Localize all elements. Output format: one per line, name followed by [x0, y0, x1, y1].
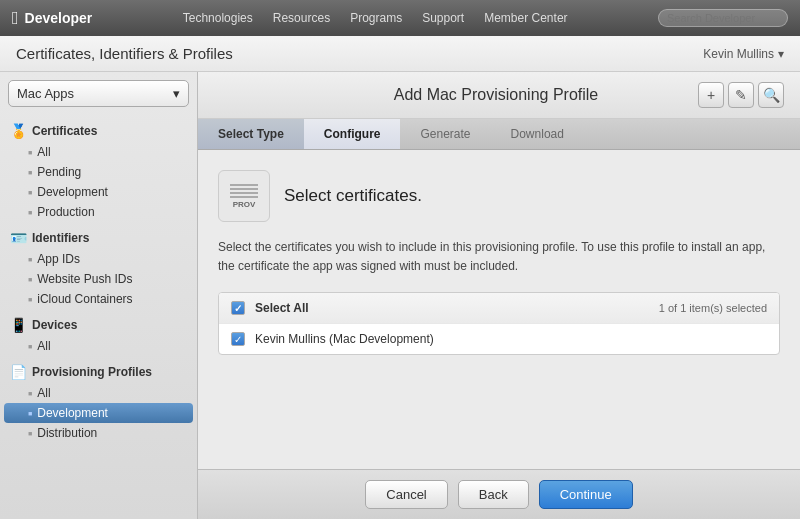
section-header-area: PROV Select certificates. [218, 170, 780, 222]
content-header: Add Mac Provisioning Profile + ✎ 🔍 [198, 72, 800, 119]
content-actions: + ✎ 🔍 [698, 82, 784, 108]
logo-label: Developer [25, 10, 93, 26]
sidebar-item-devices-all[interactable]: All [0, 336, 197, 356]
page-title: Certificates, Identifiers & Profiles [16, 45, 233, 62]
nav-member-center[interactable]: Member Center [484, 11, 567, 25]
section-certificates: 🏅 Certificates [0, 115, 197, 142]
sidebar-item-website-push-ids[interactable]: Website Push IDs [0, 269, 197, 289]
step-download[interactable]: Download [491, 119, 584, 149]
cert-table-header: ✓ Select All 1 of 1 item(s) selected [219, 293, 779, 324]
logo:  Developer [12, 8, 92, 29]
step-select-type[interactable]: Select Type [198, 119, 304, 149]
prov-file-icon: PROV [218, 170, 270, 222]
cert-count-label: 1 of 1 item(s) selected [659, 302, 767, 314]
sidebar: Mac Apps ▾ 🏅 Certificates All Pending De… [0, 72, 198, 519]
identifiers-label: Identifiers [32, 231, 89, 245]
profiles-icon: 📄 [10, 364, 27, 380]
sidebar-item-cert-all[interactable]: All [0, 142, 197, 162]
step-configure[interactable]: Configure [304, 119, 401, 149]
search-button[interactable]: 🔍 [758, 82, 784, 108]
select-all-label: Select All [255, 301, 309, 315]
steps-bar: Select Type Configure Generate Download [198, 119, 800, 150]
section-devices: 📱 Devices [0, 309, 197, 336]
sidebar-item-icloud-containers[interactable]: iCloud Containers [0, 289, 197, 309]
description-text: Select the certificates you wish to incl… [218, 238, 780, 276]
sub-header: Certificates, Identifiers & Profiles Kev… [0, 36, 800, 72]
main-content: PROV Select certificates. Select the cer… [198, 150, 800, 469]
apple-logo-icon:  [12, 8, 19, 29]
edit-button[interactable]: ✎ [728, 82, 754, 108]
sidebar-item-profiles-development[interactable]: Development [4, 403, 193, 423]
back-button[interactable]: Back [458, 480, 529, 509]
section-title: Select certificates. [284, 186, 422, 206]
footer-buttons: Cancel Back Continue [198, 469, 800, 519]
cert-row-checkbox[interactable]: ✓ [231, 332, 245, 346]
sidebar-item-profiles-distribution[interactable]: Distribution [0, 423, 197, 443]
user-menu[interactable]: Kevin Mullins ▾ [703, 47, 784, 61]
profiles-label: Provisioning Profiles [32, 365, 152, 379]
nav-resources[interactable]: Resources [273, 11, 330, 25]
identifiers-icon: 🪪 [10, 230, 27, 246]
sidebar-item-cert-production[interactable]: Production [0, 202, 197, 222]
sidebar-item-cert-development[interactable]: Development [0, 182, 197, 202]
certificates-label: Certificates [32, 124, 97, 138]
dropdown-arrow-icon: ▾ [173, 86, 180, 101]
app-type-dropdown[interactable]: Mac Apps ▾ [8, 80, 189, 107]
step-generate[interactable]: Generate [400, 119, 490, 149]
cancel-button[interactable]: Cancel [365, 480, 447, 509]
top-nav:  Developer Technologies Resources Progr… [0, 0, 800, 36]
main-layout: Mac Apps ▾ 🏅 Certificates All Pending De… [0, 72, 800, 519]
sidebar-item-profiles-all[interactable]: All [0, 383, 197, 403]
nav-links: Technologies Resources Programs Support … [116, 11, 634, 25]
chevron-down-icon: ▾ [778, 47, 784, 61]
sidebar-item-cert-pending[interactable]: Pending [0, 162, 197, 182]
sidebar-item-app-ids[interactable]: App IDs [0, 249, 197, 269]
content-title: Add Mac Provisioning Profile [294, 86, 698, 104]
nav-technologies[interactable]: Technologies [183, 11, 253, 25]
table-row: ✓ Kevin Mullins (Mac Development) [219, 324, 779, 354]
section-identifiers: 🪪 Identifiers [0, 222, 197, 249]
select-all-checkbox[interactable]: ✓ [231, 301, 245, 315]
content-area: Add Mac Provisioning Profile + ✎ 🔍 Selec… [198, 72, 800, 519]
nav-support[interactable]: Support [422, 11, 464, 25]
section-profiles: 📄 Provisioning Profiles [0, 356, 197, 383]
search-input[interactable] [658, 9, 788, 27]
username-label: Kevin Mullins [703, 47, 774, 61]
certificate-table: ✓ Select All 1 of 1 item(s) selected ✓ K… [218, 292, 780, 355]
add-button[interactable]: + [698, 82, 724, 108]
nav-programs[interactable]: Programs [350, 11, 402, 25]
certificates-icon: 🏅 [10, 123, 27, 139]
devices-icon: 📱 [10, 317, 27, 333]
dropdown-label: Mac Apps [17, 86, 74, 101]
devices-label: Devices [32, 318, 77, 332]
continue-button[interactable]: Continue [539, 480, 633, 509]
cert-row-label: Kevin Mullins (Mac Development) [255, 332, 434, 346]
